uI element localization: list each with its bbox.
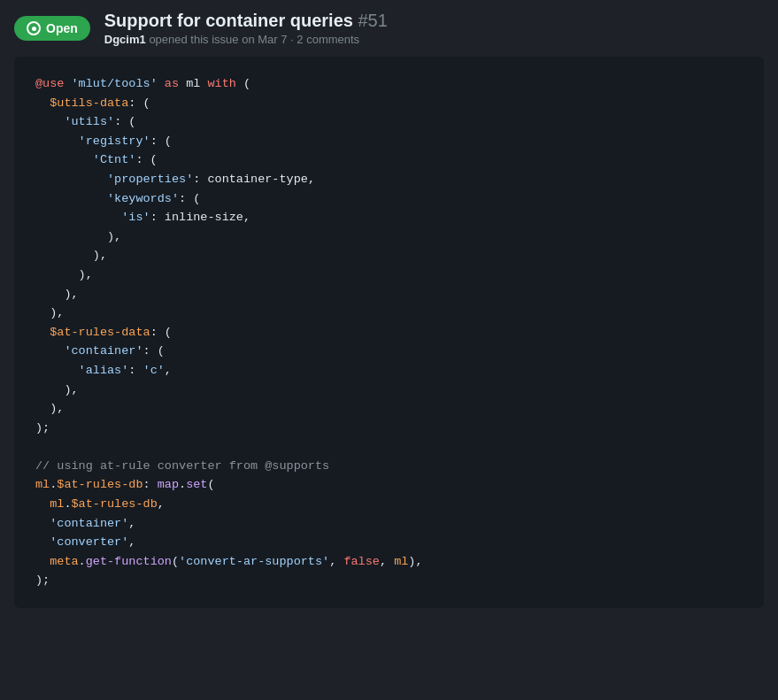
issue-title-text: Support for container queries bbox=[104, 11, 353, 30]
code-line-15: 'container': ( bbox=[35, 342, 743, 361]
open-label: Open bbox=[46, 21, 78, 35]
code-line-4: 'registry': ( bbox=[35, 132, 743, 151]
open-badge: Open bbox=[14, 16, 90, 41]
code-line-2: $utils-data: ( bbox=[35, 94, 743, 113]
code-line-6: 'properties': container-type, bbox=[35, 170, 743, 189]
issue-meta-text: opened this issue on Mar 7 · 2 comments bbox=[149, 33, 359, 46]
open-icon bbox=[27, 21, 41, 35]
code-line-17: ), bbox=[35, 381, 743, 400]
code-line-8: 'is': inline-size, bbox=[35, 208, 743, 227]
code-line-26: meta.get-function('convert-ar-supports',… bbox=[35, 552, 743, 572]
code-line-14: $at-rules-data: ( bbox=[35, 323, 743, 342]
issue-header: Open Support for container queries #51 D… bbox=[0, 0, 778, 57]
page-wrapper: Open Support for container queries #51 D… bbox=[0, 0, 778, 608]
issue-author: Dgcim1 bbox=[104, 33, 146, 46]
code-line-19: ); bbox=[35, 419, 743, 438]
issue-title-area: Support for container queries #51 Dgcim1… bbox=[104, 11, 388, 46]
code-line-7: 'keywords': ( bbox=[35, 189, 743, 209]
code-line-11: ), bbox=[35, 265, 743, 285]
code-line-10: ), bbox=[35, 246, 743, 265]
code-line-13: ), bbox=[35, 304, 743, 323]
code-line-9: ), bbox=[35, 227, 743, 247]
issue-number: #51 bbox=[358, 11, 388, 30]
code-line-3: 'utils': ( bbox=[35, 112, 743, 132]
code-line-18: ), bbox=[35, 399, 743, 419]
code-line-23: ml.$at-rules-db, bbox=[35, 495, 743, 514]
code-line-16: 'alias': 'c', bbox=[35, 361, 743, 381]
code-line-25: 'converter', bbox=[35, 533, 743, 552]
code-line-24: 'container', bbox=[35, 514, 743, 534]
code-line-5: 'Ctnt': ( bbox=[35, 150, 743, 170]
code-line-12: ), bbox=[35, 285, 743, 304]
issue-title: Support for container queries #51 bbox=[104, 11, 388, 31]
code-line-21: // using at-rule converter from @support… bbox=[35, 457, 743, 476]
issue-meta: Dgcim1 opened this issue on Mar 7 · 2 co… bbox=[104, 33, 388, 46]
code-line-22: ml.$at-rules-db: map.set( bbox=[35, 475, 743, 495]
code-block: @use 'mlut/tools' as ml with ( $utils-da… bbox=[14, 57, 764, 608]
code-line-1: @use 'mlut/tools' as ml with ( bbox=[35, 74, 743, 94]
code-line-27: ); bbox=[35, 571, 743, 590]
code-line-20 bbox=[35, 437, 743, 457]
